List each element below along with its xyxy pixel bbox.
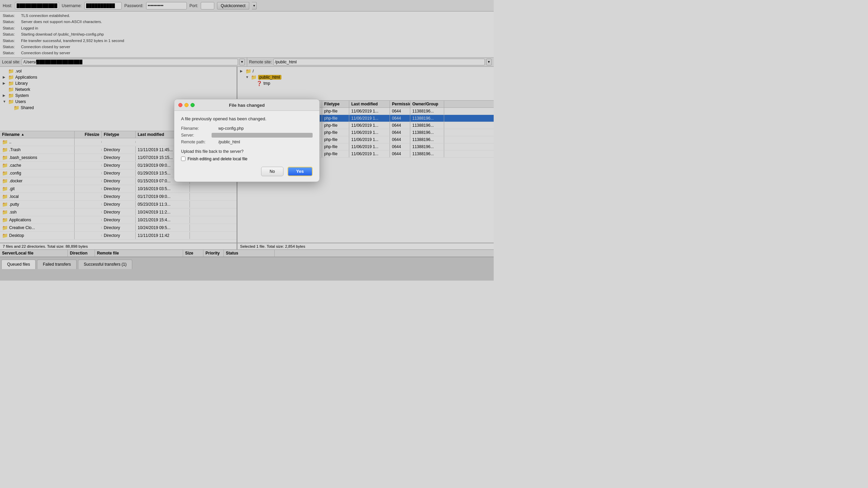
modal-buttons: No Yes — [181, 167, 313, 176]
modal-field: Remote path:/public_html — [181, 140, 313, 144]
traffic-light-yellow[interactable] — [184, 103, 189, 107]
traffic-light-red[interactable] — [178, 103, 182, 107]
modal-yes-button[interactable]: Yes — [288, 167, 313, 176]
modal-dialog: File has changed A file previously opene… — [174, 99, 320, 182]
modal-field-value: /public_html — [218, 140, 313, 144]
modal-checkbox-label: Finish editing and delete local file — [188, 157, 248, 161]
modal-question: A file previously opened has been change… — [181, 116, 313, 121]
modal-overlay: File has changed A file previously opene… — [0, 0, 494, 281]
modal-field-value: wp-config.php — [218, 126, 313, 131]
modal-field-value: ████████████████████████████████.com — [212, 133, 313, 138]
modal-field: Server:████████████████████████████████.… — [181, 133, 313, 138]
modal-checkbox[interactable] — [181, 157, 185, 161]
traffic-light-green[interactable] — [191, 103, 195, 107]
modal-body: A file previously opened has been change… — [174, 111, 319, 182]
modal-checkbox-row: Finish editing and delete local file — [181, 157, 313, 161]
traffic-lights — [178, 103, 195, 107]
modal-no-button[interactable]: No — [261, 167, 283, 176]
modal-field-label: Remote path: — [181, 140, 218, 144]
modal-field: Filename:wp-config.php — [181, 126, 313, 131]
modal-titlebar: File has changed — [174, 99, 319, 111]
modal-upload-question: Upload this file back to the server? — [181, 149, 313, 154]
modal-field-label: Filename: — [181, 126, 218, 131]
modal-title: File has changed — [229, 103, 264, 108]
modal-field-label: Server: — [181, 133, 212, 138]
